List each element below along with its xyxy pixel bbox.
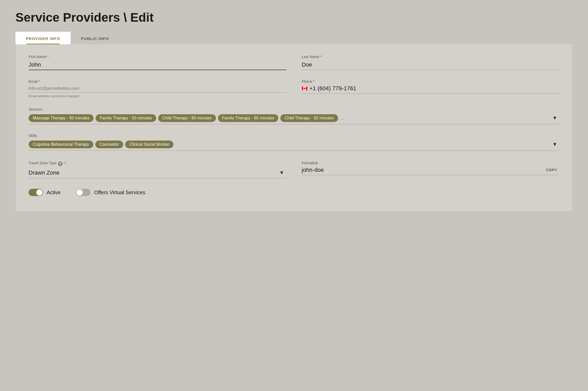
- virtual-toggle-knob: [77, 189, 83, 196]
- travel-zone-select[interactable]: Drawn Zone ▼: [29, 169, 286, 178]
- phone-flag: 🇨🇦: [302, 86, 307, 91]
- active-label: Active: [47, 190, 61, 196]
- travel-zone-required: *: [64, 161, 66, 166]
- services-ellipsis: ...: [340, 114, 346, 122]
- toggles-row: Active Offers Virtual Services: [29, 189, 559, 196]
- phone-group: Phone * 🇨🇦: [302, 79, 559, 98]
- zone-permalink-row: Travel Zone Type ? * Drawn Zone ▼ Permal…: [29, 161, 559, 178]
- service-tag-2: Child Therapy - 80 minutes: [158, 114, 216, 122]
- skills-select[interactable]: Cognitive Behavioural Therapy Counsellor…: [29, 140, 559, 151]
- tabs-container: PROVIDER INFO PUBLIC INFO: [15, 32, 573, 44]
- phone-row: 🇨🇦: [302, 85, 559, 94]
- skills-section: Skills Cognitive Behavioural Therapy Cou…: [29, 134, 559, 151]
- active-toggle-knob: [36, 189, 43, 196]
- skills-dropdown-arrow[interactable]: ▼: [550, 140, 559, 148]
- travel-zone-label: Travel Zone Type: [29, 161, 56, 165]
- phone-label: Phone *: [302, 79, 559, 84]
- first-name-group: First Name *: [29, 55, 286, 70]
- last-name-input[interactable]: [302, 60, 559, 70]
- virtual-label: Offers Virtual Services: [94, 190, 145, 196]
- skill-tag-1: Counsellor: [95, 141, 123, 148]
- first-name-input[interactable]: [29, 60, 286, 70]
- permalink-value: john-doe: [302, 167, 544, 173]
- last-name-label: Last Name *: [302, 55, 559, 59]
- contact-row: Email * Email address cannot be changed …: [29, 79, 559, 98]
- virtual-toggle-group: Offers Virtual Services: [76, 189, 145, 196]
- service-tag-1: Family Therapy - 50 minutes: [96, 114, 156, 122]
- skills-label: Skills: [29, 134, 559, 138]
- form-card: First Name * Last Name * Email * Email a…: [15, 44, 573, 212]
- active-toggle[interactable]: [29, 189, 43, 196]
- email-group: Email * Email address cannot be changed: [29, 79, 286, 98]
- page-title: Service Providers \ Edit: [15, 10, 573, 25]
- permalink-group: Permalink john-doe COPY: [302, 161, 559, 178]
- skills-tags-wrapper: Cognitive Behavioural Therapy Counsellor…: [29, 141, 550, 148]
- skill-tag-2: Clinical Social Worker: [125, 141, 173, 148]
- phone-input[interactable]: [309, 85, 559, 92]
- first-name-label: First Name *: [29, 55, 286, 59]
- service-tag-4: Child Therapy - 50 minutes: [280, 114, 338, 122]
- travel-zone-group: Travel Zone Type ? * Drawn Zone ▼: [29, 161, 286, 178]
- skill-tag-0: Cognitive Behavioural Therapy: [29, 141, 93, 148]
- email-label: Email *: [29, 79, 286, 84]
- travel-zone-value: Drawn Zone: [29, 169, 277, 176]
- travel-zone-help-icon[interactable]: ?: [58, 161, 63, 166]
- services-label: Services: [29, 107, 559, 111]
- services-section: Services Massage Therapy - 60 minutes Fa…: [29, 107, 559, 124]
- permalink-row: john-doe COPY: [302, 167, 559, 175]
- active-toggle-group: Active: [29, 189, 61, 196]
- name-row: First Name * Last Name *: [29, 55, 559, 70]
- services-dropdown-arrow[interactable]: ▼: [550, 114, 559, 122]
- service-tag-0: Massage Therapy - 60 minutes: [29, 114, 94, 122]
- email-input: [29, 85, 286, 93]
- service-tag-3: Family Therapy - 80 minutes: [218, 114, 278, 122]
- copy-button[interactable]: COPY: [544, 167, 559, 173]
- permalink-label: Permalink: [302, 161, 559, 165]
- tab-public-info[interactable]: PUBLIC INFO: [71, 32, 119, 44]
- travel-zone-dropdown-arrow[interactable]: ▼: [277, 169, 286, 177]
- services-select[interactable]: Massage Therapy - 60 minutes Family Ther…: [29, 114, 559, 124]
- email-helper: Email address cannot be changed: [29, 94, 286, 98]
- tab-provider-info[interactable]: PROVIDER INFO: [15, 32, 71, 44]
- last-name-group: Last Name *: [302, 55, 559, 70]
- services-tags-wrapper: Massage Therapy - 60 minutes Family Ther…: [29, 114, 550, 122]
- virtual-toggle[interactable]: [76, 189, 90, 196]
